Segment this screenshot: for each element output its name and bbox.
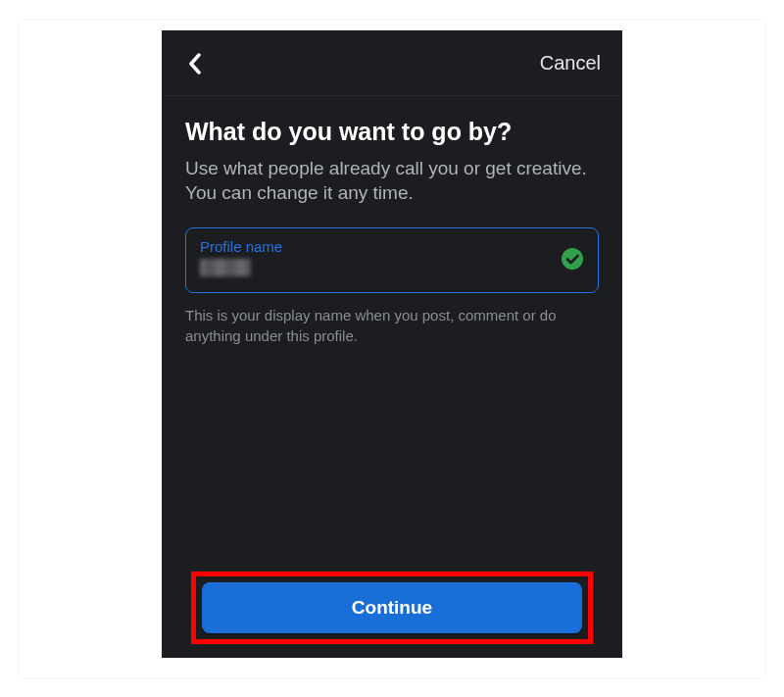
cancel-button[interactable]: Cancel bbox=[540, 52, 601, 75]
helper-text: This is your display name when you post,… bbox=[185, 305, 599, 346]
page-title: What do you want to go by? bbox=[185, 118, 599, 146]
checkmark-icon bbox=[561, 247, 584, 271]
profile-name-input-area: Profile name bbox=[200, 238, 561, 280]
top-bar: Cancel bbox=[162, 30, 622, 96]
continue-highlight-box: Continue bbox=[191, 572, 593, 644]
profile-name-field[interactable]: Profile name bbox=[185, 227, 599, 293]
chevron-left-icon bbox=[187, 53, 203, 75]
profile-name-value[interactable] bbox=[200, 259, 251, 276]
svg-point-0 bbox=[562, 248, 583, 270]
app-screen: Cancel What do you want to go by? Use wh… bbox=[162, 30, 622, 658]
outer-frame: Cancel What do you want to go by? Use wh… bbox=[20, 21, 764, 677]
continue-button[interactable]: Continue bbox=[202, 582, 582, 633]
footer-area: Continue bbox=[185, 572, 599, 658]
back-button[interactable] bbox=[181, 50, 209, 77]
content-area: What do you want to go by? Use what peop… bbox=[162, 96, 622, 658]
page-subtitle: Use what people already call you or get … bbox=[185, 156, 599, 206]
profile-name-label: Profile name bbox=[200, 238, 561, 255]
